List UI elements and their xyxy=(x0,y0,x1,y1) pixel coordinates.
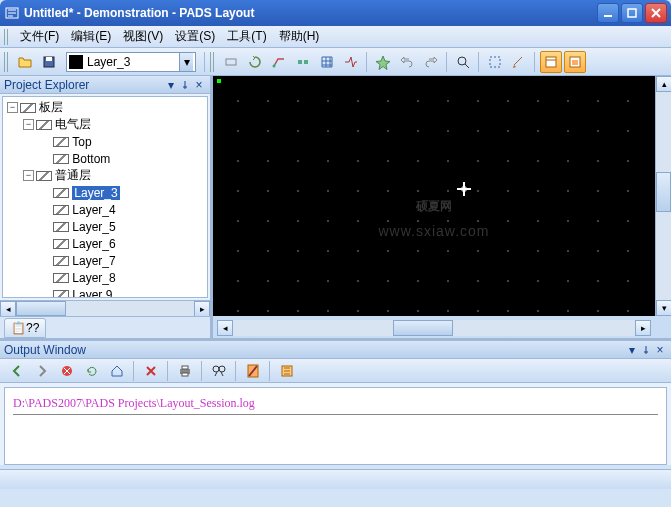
menu-setup[interactable]: 设置(S) xyxy=(169,26,221,47)
canvas-origin-marker xyxy=(217,79,221,83)
menu-help[interactable]: 帮助(H) xyxy=(273,26,326,47)
tool-window-2[interactable] xyxy=(564,51,586,73)
stop-button[interactable] xyxy=(56,360,78,382)
print-button[interactable] xyxy=(174,360,196,382)
explorer-tabstrip: 📋?? xyxy=(0,316,210,338)
refresh-button[interactable] xyxy=(81,360,103,382)
toolbar-grip-2[interactable] xyxy=(210,52,216,72)
svg-rect-9 xyxy=(490,57,500,67)
output-menu-icon[interactable]: ▾ xyxy=(625,343,639,357)
scroll-right-icon[interactable]: ▸ xyxy=(635,320,651,336)
nav-back-button[interactable] xyxy=(6,360,28,382)
output-body[interactable]: D:\PADS2007\PADS Projects\Layout_Session… xyxy=(4,387,667,465)
main-toolbar: Layer_3 ▾ xyxy=(0,48,671,76)
tool-placement[interactable] xyxy=(292,51,314,73)
tree-layer-6[interactable]: Layer_6 xyxy=(3,235,207,252)
tree-layer-4[interactable]: Layer_4 xyxy=(3,201,207,218)
project-explorer: Project Explorer ▾ × − 板层 − 电气层 Top Bott… xyxy=(0,76,213,338)
layer-text: Layer_3 xyxy=(87,55,179,69)
svg-rect-6 xyxy=(298,60,302,64)
main-area: Project Explorer ▾ × − 板层 − 电气层 Top Bott… xyxy=(0,76,671,338)
status-bar xyxy=(0,469,671,489)
svg-point-8 xyxy=(458,57,466,65)
svg-rect-1 xyxy=(628,9,636,17)
output-log-path: D:\PADS2007\PADS Projects\Layout_Session… xyxy=(13,396,658,415)
window-title: Untitled* - Demonstration - PADS Layout xyxy=(24,6,597,20)
menu-grip[interactable] xyxy=(4,29,10,45)
tree-layer-9[interactable]: Layer 9 xyxy=(3,286,207,298)
svg-point-18 xyxy=(219,366,225,372)
design-area: 硕夏网 www.sxiaw.com ▴ ▾ ◂ ▸ xyxy=(213,76,671,338)
redo-button[interactable] xyxy=(420,51,442,73)
app-icon xyxy=(4,5,20,21)
menu-tools[interactable]: 工具(T) xyxy=(221,26,272,47)
save-button[interactable] xyxy=(38,51,60,73)
scroll-left-icon[interactable]: ◂ xyxy=(217,320,233,336)
scroll-up-icon[interactable]: ▴ xyxy=(656,76,671,92)
undo-button[interactable] xyxy=(396,51,418,73)
tree-layer-7[interactable]: Layer_7 xyxy=(3,252,207,269)
tool-window-1[interactable] xyxy=(540,51,562,73)
svg-point-5 xyxy=(273,64,276,67)
output-pin-icon[interactable] xyxy=(639,343,653,357)
title-bar: Untitled* - Demonstration - PADS Layout xyxy=(0,0,671,26)
home-button[interactable] xyxy=(106,360,128,382)
menu-file[interactable]: 文件(F) xyxy=(14,26,65,47)
tree-layer-8[interactable]: Layer_8 xyxy=(3,269,207,286)
tree-electrical[interactable]: − 电气层 xyxy=(3,116,207,133)
menu-edit[interactable]: 编辑(E) xyxy=(65,26,117,47)
layout-canvas[interactable]: 硕夏网 www.sxiaw.com xyxy=(213,76,655,316)
tool-grid[interactable] xyxy=(316,51,338,73)
scroll-right-icon[interactable]: ▸ xyxy=(194,301,210,317)
svg-point-17 xyxy=(213,366,219,372)
explorer-tab[interactable]: 📋?? xyxy=(4,318,46,338)
tree-layer-5[interactable]: Layer_5 xyxy=(3,218,207,235)
canvas-vscroll[interactable]: ▴ ▾ xyxy=(655,76,671,316)
tool-drc[interactable] xyxy=(340,51,362,73)
svg-rect-4 xyxy=(226,59,236,65)
list-button[interactable] xyxy=(276,360,298,382)
explorer-menu-icon[interactable]: ▾ xyxy=(164,78,178,92)
explorer-title: Project Explorer xyxy=(4,78,89,92)
open-button[interactable] xyxy=(14,51,36,73)
layer-swatch xyxy=(69,55,83,69)
tool-ecomode[interactable] xyxy=(220,51,242,73)
log-button[interactable] xyxy=(242,360,264,382)
tree-normal[interactable]: − 普通层 xyxy=(3,167,207,184)
output-toolbar xyxy=(0,359,671,383)
tool-route[interactable] xyxy=(268,51,290,73)
tool-cycle[interactable] xyxy=(244,51,266,73)
tool-select[interactable] xyxy=(484,51,506,73)
tool-measure[interactable] xyxy=(508,51,530,73)
canvas-hscroll[interactable]: ◂ ▸ xyxy=(217,320,651,336)
tool-highlight[interactable] xyxy=(372,51,394,73)
explorer-pin-icon[interactable] xyxy=(178,78,192,92)
layer-selector[interactable]: Layer_3 ▾ xyxy=(66,52,196,72)
output-close-icon[interactable]: × xyxy=(653,343,667,357)
tree-layer-3[interactable]: Layer_3 xyxy=(3,184,207,201)
tree-layer-top[interactable]: Top xyxy=(3,133,207,150)
explorer-hscroll[interactable]: ◂ ▸ xyxy=(0,300,210,316)
scroll-left-icon[interactable]: ◂ xyxy=(0,301,16,317)
output-window: Output Window ▾ × D:\PADS2007\PADS Proje… xyxy=(0,338,671,465)
menu-view[interactable]: 视图(V) xyxy=(117,26,169,47)
output-title-bar: Output Window ▾ × xyxy=(0,341,671,359)
maximize-button[interactable] xyxy=(621,3,643,23)
close-button[interactable] xyxy=(645,3,667,23)
nav-forward-button[interactable] xyxy=(31,360,53,382)
explorer-close-icon[interactable]: × xyxy=(192,78,206,92)
find-button[interactable] xyxy=(208,360,230,382)
svg-rect-3 xyxy=(46,57,52,61)
chevron-down-icon[interactable]: ▾ xyxy=(179,53,193,71)
delete-button[interactable] xyxy=(140,360,162,382)
toolbar-grip[interactable] xyxy=(4,52,10,72)
svg-rect-16 xyxy=(182,373,188,376)
minimize-button[interactable] xyxy=(597,3,619,23)
svg-rect-15 xyxy=(182,366,188,369)
menu-bar: 文件(F) 编辑(E) 视图(V) 设置(S) 工具(T) 帮助(H) xyxy=(0,26,671,48)
zoom-button[interactable] xyxy=(452,51,474,73)
tree-root[interactable]: − 板层 xyxy=(3,99,207,116)
scroll-down-icon[interactable]: ▾ xyxy=(656,300,671,316)
tree-layer-bottom[interactable]: Bottom xyxy=(3,150,207,167)
explorer-tree[interactable]: − 板层 − 电气层 Top Bottom − 普通层 Layer_3 Laye… xyxy=(2,96,208,298)
